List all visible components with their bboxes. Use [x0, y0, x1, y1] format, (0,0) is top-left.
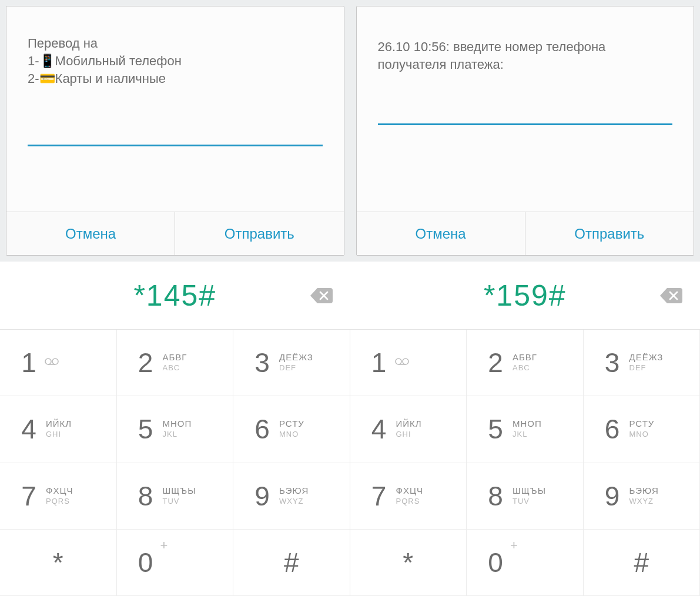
key-digit: 1	[368, 347, 390, 379]
keypad-key-0[interactable]: 0+	[467, 530, 584, 596]
keypad-key-8[interactable]: 8ШЩЪЫTUV	[117, 463, 234, 530]
key-digit: 7	[18, 480, 40, 512]
key-label-en: DEF	[629, 363, 664, 373]
key-digit: 3	[251, 347, 273, 379]
dialog-actions: Отмена Отправить	[357, 212, 694, 255]
keypad-key-3[interactable]: 3ДЕЁЖЗDEF	[233, 330, 350, 396]
ussd-input[interactable]	[378, 102, 673, 125]
keypad-key-0[interactable]: 0+	[117, 530, 234, 596]
key-label-en: TUV	[513, 496, 546, 507]
key-labels: МНОПJKL	[513, 418, 542, 440]
key-digit: 4	[368, 413, 390, 445]
keypad-key-*[interactable]: *	[0, 530, 117, 596]
cancel-button[interactable]: Отмена	[357, 212, 525, 255]
keypad-key-1[interactable]: 1	[0, 330, 117, 396]
cancel-button[interactable]: Отмена	[6, 212, 175, 255]
ussd-dialog-right-wrap: 26.10 10:56: введите номер телефона полу…	[350, 0, 701, 262]
send-button[interactable]: Отправить	[525, 212, 694, 255]
key-labels: РСТУMNO	[629, 418, 655, 440]
key-digit: 6	[251, 413, 273, 445]
key-digit: 2	[135, 347, 157, 379]
voicemail-icon	[395, 357, 409, 368]
key-label-ru: МНОП	[513, 418, 542, 429]
send-button[interactable]: Отправить	[175, 212, 343, 255]
ussd-message: Перевод на 1-📱Мобильный телефон 2-💳Карты…	[28, 35, 323, 88]
key-digit: 9	[251, 480, 273, 512]
key-label-en: DEF	[279, 363, 313, 373]
key-label-ru: ИЙКЛ	[46, 418, 72, 429]
ussd-line: 26.10 10:56: введите номер телефона	[378, 38, 673, 56]
key-digit: 8	[484, 480, 507, 512]
key-digit: 7	[368, 480, 390, 512]
keypad-key-6[interactable]: 6РСТУMNO	[233, 396, 350, 463]
keypad-key-5[interactable]: 5МНОПJKL	[467, 396, 584, 463]
key-plus: +	[160, 538, 168, 553]
key-label-ru: ФХЦЧ	[46, 485, 73, 496]
key-labels: ФХЦЧPQRS	[46, 485, 73, 507]
keypad-key-9[interactable]: 9ЬЭЮЯWXYZ	[233, 463, 350, 530]
key-digit: 5	[135, 413, 157, 445]
key-label-ru: МНОП	[163, 418, 192, 429]
backspace-button[interactable]	[310, 288, 333, 303]
dialog-body: Перевод на 1-📱Мобильный телефон 2-💳Карты…	[6, 6, 344, 212]
keypad-key-#[interactable]: #	[584, 530, 701, 596]
keypad-key-*[interactable]: *	[350, 530, 467, 596]
backspace-icon	[310, 288, 333, 303]
keypad-key-1[interactable]: 1	[350, 330, 467, 396]
svg-point-1	[52, 359, 58, 364]
keypad-key-2[interactable]: 2АБВГABC	[117, 330, 234, 396]
dialed-number: *159#	[484, 279, 567, 313]
keypad-key-3[interactable]: 3ДЕЁЖЗDEF	[584, 330, 701, 396]
ussd-dialogs-row: Перевод на 1-📱Мобильный телефон 2-💳Карты…	[0, 0, 700, 262]
key-labels: ЬЭЮЯWXYZ	[629, 485, 659, 507]
key-label-ru: АБВГ	[163, 352, 187, 363]
key-digit: 6	[601, 413, 624, 445]
keypad-key-7[interactable]: 7ФХЦЧPQRS	[350, 463, 467, 530]
voicemail-icon	[45, 357, 59, 368]
key-labels: РСТУMNO	[279, 418, 304, 440]
key-label-en: MNO	[279, 429, 304, 440]
key-labels: АБВГABC	[513, 352, 537, 373]
key-label-ru: ДЕЁЖЗ	[279, 352, 313, 363]
ussd-line: Перевод на	[28, 35, 323, 52]
backspace-button[interactable]	[660, 288, 682, 303]
key-digit: #	[284, 547, 299, 578]
keypad-key-#[interactable]: #	[233, 530, 350, 596]
keypad-key-8[interactable]: 8ШЩЪЫTUV	[467, 463, 584, 530]
ussd-message: 26.10 10:56: введите номер телефона полу…	[378, 38, 673, 73]
key-digit: 0	[135, 547, 157, 578]
key-label-en: PQRS	[396, 496, 424, 507]
key-label-ru: ШЩЪЫ	[163, 485, 196, 496]
dialog-actions: Отмена Отправить	[6, 212, 344, 255]
key-digit: *	[403, 547, 413, 578]
key-label-en: JKL	[513, 429, 542, 440]
key-label-en: ABC	[513, 363, 537, 373]
keypad-key-4[interactable]: 4ИЙКЛGHI	[0, 396, 117, 463]
key-label-en: JKL	[163, 429, 192, 440]
keypad-key-2[interactable]: 2АБВГABC	[467, 330, 584, 396]
dialog-body: 26.10 10:56: введите номер телефона полу…	[357, 6, 694, 212]
key-digit: 8	[135, 480, 157, 512]
keypad-key-9[interactable]: 9ЬЭЮЯWXYZ	[584, 463, 701, 530]
key-labels: ИЙКЛGHI	[396, 418, 422, 440]
keypad-key-7[interactable]: 7ФХЦЧPQRS	[0, 463, 117, 530]
key-labels: АБВГABC	[163, 352, 187, 373]
key-label-en: TUV	[163, 496, 196, 507]
key-label-ru: ФХЦЧ	[396, 485, 424, 496]
key-digit: 3	[601, 347, 624, 379]
key-label-en: PQRS	[46, 496, 73, 507]
ussd-input[interactable]	[28, 123, 323, 146]
keypad-row: 12АБВГABC3ДЕЁЖЗDEF4ИЙКЛGHI5МНОПJKL6РСТУM…	[0, 329, 700, 596]
ussd-dialog-left: Перевод на 1-📱Мобильный телефон 2-💳Карты…	[6, 6, 344, 256]
key-digit: 5	[484, 413, 507, 445]
key-digit: 0	[484, 547, 507, 578]
ussd-line: 2-💳Карты и наличные	[28, 70, 323, 88]
keypad-key-6[interactable]: 6РСТУMNO	[584, 396, 701, 463]
key-label-en: WXYZ	[279, 496, 309, 507]
ussd-dialog-left-wrap: Перевод на 1-📱Мобильный телефон 2-💳Карты…	[0, 0, 350, 262]
key-digit: 4	[18, 413, 40, 445]
keypad-key-4[interactable]: 4ИЙКЛGHI	[350, 396, 467, 463]
key-labels: ФХЦЧPQRS	[396, 485, 424, 507]
key-labels: ШЩЪЫTUV	[513, 485, 546, 507]
keypad-key-5[interactable]: 5МНОПJKL	[117, 396, 234, 463]
